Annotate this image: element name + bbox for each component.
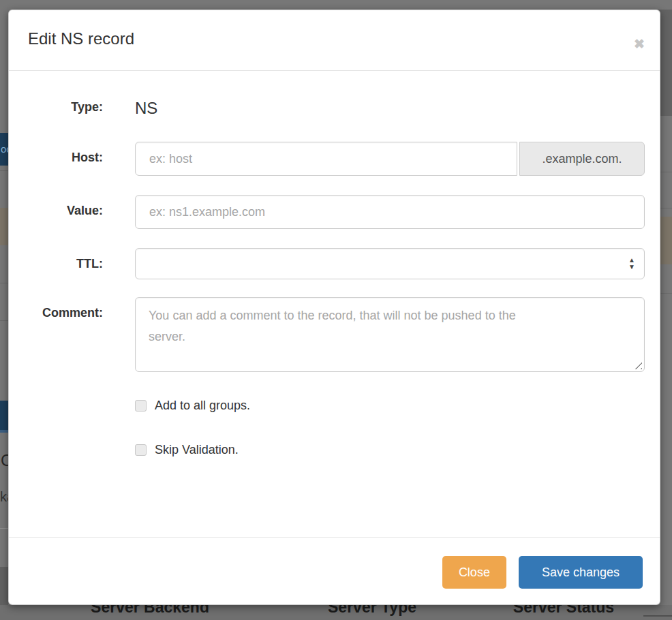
close-button[interactable]: Close <box>442 556 506 589</box>
type-value: NS <box>135 91 645 118</box>
background-divider <box>0 528 8 529</box>
modal-footer: Close Save changes <box>9 537 660 604</box>
type-label: Type: <box>27 91 135 114</box>
host-field-row: Host: .example.com. <box>27 142 643 176</box>
type-field-row: Type: NS <box>27 91 643 118</box>
host-domain-addon: .example.com. <box>519 142 645 176</box>
skip-validation-label[interactable]: Skip Validation. <box>155 443 239 457</box>
close-icon: ✖ <box>634 37 645 51</box>
host-input[interactable] <box>135 142 517 176</box>
modal-close-button[interactable]: ✖ <box>634 37 645 50</box>
ttl-label: TTL: <box>27 248 135 271</box>
ttl-select[interactable] <box>135 248 645 279</box>
comment-field-row: Comment: <box>27 297 643 372</box>
save-changes-button[interactable]: Save changes <box>519 556 643 589</box>
value-label: Value: <box>27 195 135 218</box>
add-to-all-groups-row: Add to all groups. <box>27 399 643 413</box>
comment-label: Comment: <box>27 297 135 320</box>
skip-validation-row: Skip Validation. <box>27 443 643 457</box>
comment-textarea[interactable] <box>135 297 645 372</box>
background-table-border <box>643 615 672 617</box>
edit-ns-record-modal: Edit NS record ✖ Type: NS Host: .example… <box>8 10 660 605</box>
modal-body: Type: NS Host: .example.com. Value: TTL:… <box>9 71 660 537</box>
add-to-all-groups-label[interactable]: Add to all groups. <box>155 399 250 413</box>
host-label: Host: <box>27 142 135 165</box>
value-field-row: Value: <box>27 195 643 229</box>
skip-validation-checkbox[interactable] <box>135 444 147 456</box>
value-input[interactable] <box>135 195 645 229</box>
ttl-field-row: TTL: ▲ ▼ <box>27 248 643 279</box>
add-to-all-groups-checkbox[interactable] <box>135 400 147 412</box>
modal-title: Edit NS record <box>28 29 660 48</box>
modal-header: Edit NS record ✖ <box>9 10 660 71</box>
